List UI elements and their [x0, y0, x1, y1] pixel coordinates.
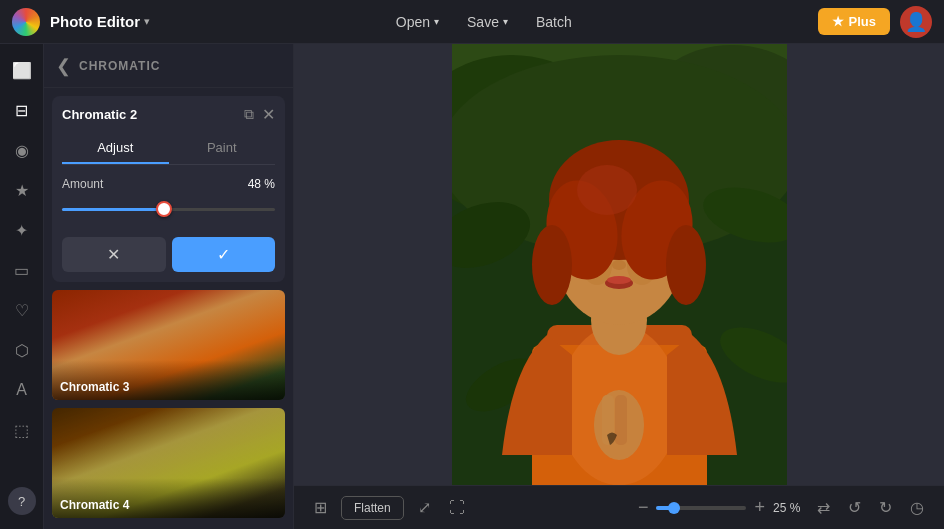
- action-buttons: ✕ ✓: [52, 237, 285, 282]
- panel-back-button[interactable]: ❮: [56, 55, 71, 77]
- sidebar-item-star[interactable]: ★: [4, 172, 40, 208]
- sidebar-item-heart[interactable]: ♡: [4, 292, 40, 328]
- amount-section: Amount 48 %: [52, 165, 285, 237]
- sidebar-item-sliders[interactable]: ⊟: [4, 92, 40, 128]
- zoom-slider-thumb[interactable]: [668, 502, 680, 514]
- topbar: Photo Editor ▾ Open ▾ Save ▾ Batch ★ Plu…: [0, 0, 944, 44]
- open-chevron: ▾: [434, 16, 439, 27]
- svg-point-28: [532, 225, 572, 305]
- filter-item-chromatic4[interactable]: Chromatic 4: [52, 408, 285, 518]
- layers-icon[interactable]: ⊞: [310, 494, 331, 521]
- zoom-out-button[interactable]: −: [638, 497, 649, 518]
- redo-icon[interactable]: ↻: [875, 494, 896, 521]
- zoom-slider[interactable]: [656, 506, 746, 510]
- bottom-bar: ⊞ Flatten ⤢ ⛶ − + 25 % ⇄ ↺ ↻ ◷: [294, 485, 944, 529]
- sidebar-item-canvas[interactable]: ⬜: [4, 52, 40, 88]
- amount-row: Amount 48 %: [62, 177, 275, 191]
- chromatic-card: Chromatic 2 ⧉ ✕ Adjust Paint Amount 48 %: [52, 96, 285, 282]
- save-chevron: ▾: [503, 16, 508, 27]
- filter-item-chromatic3[interactable]: Chromatic 3: [52, 290, 285, 400]
- card-title: Chromatic 2: [62, 107, 236, 122]
- amount-label: Amount: [62, 177, 103, 191]
- card-close-button[interactable]: ✕: [262, 105, 275, 124]
- sidebar-item-nodes[interactable]: ✦: [4, 212, 40, 248]
- sidebar-item-text[interactable]: A: [4, 372, 40, 408]
- filter-label-chromatic4: Chromatic 4: [52, 478, 285, 518]
- slider-fill: [62, 208, 164, 211]
- sidebar-item-eye[interactable]: ◉: [4, 132, 40, 168]
- svg-point-30: [577, 165, 637, 215]
- title-chevron[interactable]: ▾: [144, 15, 150, 28]
- help-button[interactable]: ?: [8, 487, 36, 515]
- card-copy-icon[interactable]: ⧉: [242, 104, 256, 125]
- app-logo[interactable]: [12, 8, 40, 36]
- svg-point-24: [607, 276, 631, 284]
- sidebar-item-shape[interactable]: ⬡: [4, 332, 40, 368]
- canvas-image[interactable]: [294, 44, 944, 485]
- nav-save[interactable]: Save ▾: [453, 14, 522, 30]
- photo-canvas: [452, 44, 787, 485]
- tab-paint[interactable]: Paint: [169, 133, 276, 164]
- amount-value: 48 %: [248, 177, 275, 191]
- plus-button[interactable]: ★ Plus: [818, 8, 890, 35]
- cancel-button[interactable]: ✕: [62, 237, 166, 272]
- confirm-button[interactable]: ✓: [172, 237, 276, 272]
- zoom-controls: − + 25 %: [638, 497, 803, 518]
- user-avatar[interactable]: 👤: [900, 6, 932, 38]
- flatten-button[interactable]: Flatten: [341, 496, 404, 520]
- tab-adjust[interactable]: Adjust: [62, 133, 169, 164]
- canvas-area: ⊞ Flatten ⤢ ⛶ − + 25 % ⇄ ↺ ↻ ◷: [294, 44, 944, 529]
- undo-icon[interactable]: ↺: [844, 494, 865, 521]
- topbar-nav: Open ▾ Save ▾ Batch: [382, 14, 586, 30]
- svg-rect-33: [615, 395, 627, 445]
- svg-point-29: [666, 225, 706, 305]
- filters-list: Chromatic 3 Chromatic 4: [44, 290, 293, 529]
- main-area: ⬜ ⊟ ◉ ★ ✦ ▭ ♡ ⬡ A ⬚ ? ❮ CHROMATIC Chroma…: [0, 44, 944, 529]
- expand-icon[interactable]: ⤢: [414, 494, 435, 521]
- history-icon[interactable]: ◷: [906, 494, 928, 521]
- sidebar-item-square[interactable]: ▭: [4, 252, 40, 288]
- tabs-container: Adjust Paint: [62, 133, 275, 165]
- panel-section-title: CHROMATIC: [79, 59, 160, 73]
- filter-label-chromatic3: Chromatic 3: [52, 360, 285, 400]
- zoom-value: 25 %: [773, 501, 803, 515]
- icon-sidebar: ⬜ ⊟ ◉ ★ ✦ ▭ ♡ ⬡ A ⬚ ?: [0, 44, 44, 529]
- zoom-in-button[interactable]: +: [754, 497, 765, 518]
- nav-open[interactable]: Open ▾: [382, 14, 453, 30]
- slider-thumb[interactable]: [156, 201, 172, 217]
- app-title: Photo Editor: [50, 13, 140, 30]
- sidebar-item-brush[interactable]: ⬚: [4, 412, 40, 448]
- card-header: Chromatic 2 ⧉ ✕: [52, 96, 285, 133]
- fullscreen-icon[interactable]: ⛶: [445, 495, 469, 521]
- left-panel: ❮ CHROMATIC Chromatic 2 ⧉ ✕ Adjust Paint…: [44, 44, 294, 529]
- flip-icon[interactable]: ⇄: [813, 494, 834, 521]
- plus-star-icon: ★: [832, 14, 844, 29]
- panel-header: ❮ CHROMATIC: [44, 44, 293, 88]
- svg-point-22: [612, 260, 626, 270]
- amount-slider[interactable]: [62, 199, 275, 219]
- nav-batch[interactable]: Batch: [522, 14, 586, 30]
